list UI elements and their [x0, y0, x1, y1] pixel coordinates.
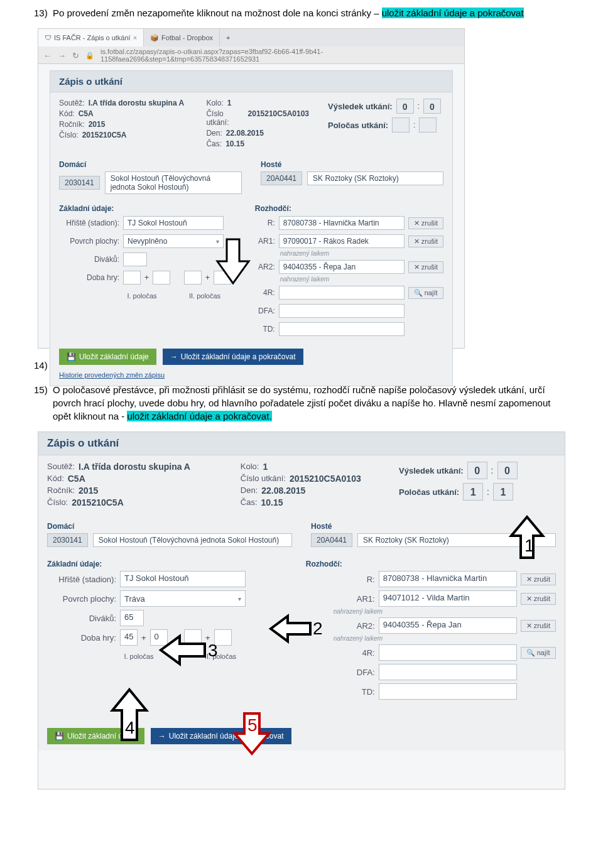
ref-ar1[interactable]: 97090017 - Rákos Radek — [279, 234, 405, 248]
find-4r[interactable]: 🔍 najít — [521, 647, 556, 659]
svg-text:4: 4 — [125, 718, 135, 737]
num-13: 13) — [34, 6, 53, 19]
ref-4r[interactable] — [279, 286, 405, 300]
back-icon[interactable]: ← — [43, 51, 52, 60]
cancel-ar1[interactable]: ✕ zrušit — [521, 593, 556, 605]
url-text: is.fotbal.cz/zapasy/zapis-o-utkani.aspx?… — [100, 48, 459, 63]
screenshot-1: 🛡 IS FAČR - Zápis o utkání × 📦 Fotbal - … — [38, 28, 465, 349]
cancel-ar2[interactable]: ✕ zrušit — [521, 620, 556, 632]
tab[interactable]: 📦 Fotbal - Dropbox — [144, 29, 220, 46]
time-2a[interactable] — [184, 271, 202, 285]
cancel-ar1[interactable]: ✕ zrušit — [408, 236, 443, 247]
favicon: 📦 — [150, 34, 159, 42]
spectators-input[interactable]: 65 — [120, 610, 144, 626]
highlight-15: uložit základní údaje a pokračovat. — [127, 411, 271, 421]
ref-ar1[interactable]: 94071012 - Vilda Martin — [379, 590, 517, 607]
ref-td[interactable] — [279, 322, 405, 336]
stadium-input[interactable]: TJ Sokol Hostouň — [120, 571, 246, 587]
history-link[interactable]: Historie provedených změn zápisu — [59, 371, 165, 379]
time-1a[interactable] — [123, 271, 141, 285]
cancel-r[interactable]: ✕ zrušit — [408, 217, 443, 229]
ref-dfa[interactable] — [279, 304, 405, 318]
screenshot-2: Zápis o utkání Soutěž:I.A třída dorostu … — [38, 431, 565, 789]
svg-text:3: 3 — [208, 641, 218, 660]
score-home[interactable]: 0 — [396, 99, 414, 114]
find-4r[interactable]: 🔍 najít — [408, 287, 443, 299]
svg-text:2: 2 — [313, 619, 323, 638]
svg-text:1: 1 — [524, 536, 535, 555]
away-id: 20A0441 — [261, 171, 302, 185]
half-away[interactable]: 1 — [493, 483, 513, 501]
browser-chrome: 🛡 IS FAČR - Zápis o utkání × 📦 Fotbal - … — [38, 29, 464, 64]
surface-select[interactable]: Tráva▾ — [120, 590, 246, 607]
ref-dfa[interactable] — [379, 664, 517, 680]
arrow-3: 3 — [158, 633, 220, 668]
ref-ar2[interactable]: 94040355 - Řepa Jan — [279, 260, 405, 274]
arrow-1: 1 — [508, 514, 546, 570]
spectators-input[interactable] — [123, 252, 147, 266]
ref-td[interactable] — [379, 683, 517, 700]
instruction-13: 13)Po provedení změn nezapomeňte kliknou… — [0, 0, 603, 24]
save-continue-button[interactable]: → Uložit základní údaje a pokračovat — [163, 349, 303, 365]
time-1b[interactable] — [153, 271, 170, 285]
favicon: 🛡 — [45, 34, 52, 41]
ref-4r[interactable] — [379, 644, 517, 661]
home-id: 2030141 — [59, 176, 100, 190]
arrow-down-icon — [214, 236, 252, 286]
arrow-2: 2 — [268, 613, 324, 644]
match-panel: Zápis o utkání Soutěž:I.A třída dorostu … — [50, 70, 453, 386]
home-name: Sokol Hostouň (Tělovýchovná jednota Soko… — [105, 171, 242, 194]
svg-text:5: 5 — [247, 715, 258, 735]
panel-title: Zápis o utkání — [38, 432, 565, 455]
score-away[interactable]: 0 — [423, 99, 441, 114]
ref-r[interactable]: 87080738 - Hlavnička Martin — [379, 571, 517, 587]
half-away[interactable] — [419, 117, 437, 133]
surface-select[interactable]: Nevyplněno▾ — [123, 234, 224, 248]
close-icon[interactable]: × — [133, 34, 137, 41]
forward-icon[interactable]: → — [58, 51, 66, 60]
ref-ar2[interactable]: 94040355 - Řepa Jan — [379, 617, 517, 634]
chevron-down-icon: ▾ — [238, 595, 241, 602]
stadium-input[interactable]: TJ Sokol Hostouň — [123, 216, 224, 230]
half-home[interactable]: 1 — [463, 483, 483, 501]
away-name: SK Roztoky (SK Roztoky) — [307, 171, 443, 185]
half-home[interactable] — [392, 117, 410, 133]
tab-active[interactable]: 🛡 IS FAČR - Zápis o utkání × — [38, 29, 144, 46]
score-home[interactable]: 0 — [467, 462, 487, 479]
lock-icon: 🔒 — [85, 52, 94, 60]
reload-icon[interactable]: ↻ — [72, 51, 79, 60]
save-button[interactable]: 💾 Uložit základní údaje — [59, 349, 156, 365]
cancel-ar2[interactable]: ✕ zrušit — [408, 261, 443, 273]
new-tab[interactable]: + — [220, 29, 236, 46]
ref-r[interactable]: 87080738 - Hlavnička Martin — [279, 216, 405, 230]
highlight-13: uložit základní údaje a pokračovat — [382, 8, 524, 18]
arrow-5: 5 — [230, 708, 274, 759]
panel-title: Zápis o utkání — [50, 71, 452, 92]
time-1a[interactable]: 45 — [120, 629, 138, 646]
cancel-r[interactable]: ✕ zrušit — [521, 573, 556, 585]
score-away[interactable]: 0 — [497, 462, 518, 479]
arrow-4: 4 — [107, 686, 151, 756]
